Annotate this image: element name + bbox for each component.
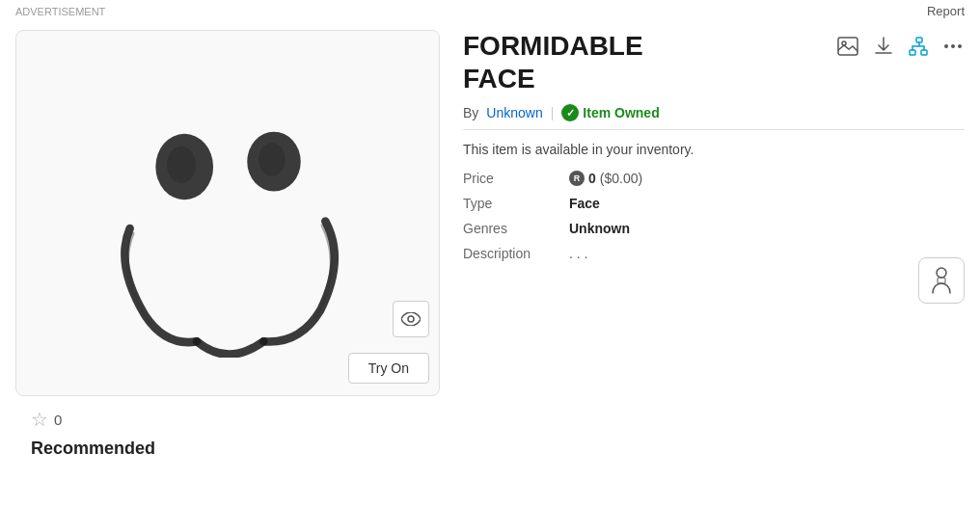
genres-row: Genres Unknown: [463, 221, 694, 236]
svg-point-12: [958, 44, 962, 48]
price-usd: ($0.00): [600, 171, 642, 186]
description-label: Description: [463, 246, 569, 261]
item-title-block: FORMIDABLE FACE: [463, 30, 643, 104]
favorites-count: 0: [54, 412, 62, 428]
creator-row: By Unknown | ✓ Item Owned: [463, 104, 965, 121]
type-row: Type Face: [463, 196, 694, 211]
image-icon: [837, 37, 858, 56]
face-illustration: [73, 68, 382, 358]
preview-button[interactable]: [393, 301, 429, 337]
advertisement-label: ADVERTISEMENT: [15, 6, 105, 17]
more-button[interactable]: [941, 41, 965, 51]
price-value: R 0 ($0.00): [569, 171, 642, 186]
type-value: Face: [569, 196, 600, 211]
top-bar: ADVERTISEMENT Report: [0, 0, 980, 22]
action-buttons: [835, 34, 965, 59]
report-link[interactable]: Report: [927, 4, 965, 18]
item-image: [44, 44, 411, 382]
image-button[interactable]: [835, 35, 860, 58]
eye-icon: [401, 312, 421, 326]
svg-point-10: [944, 44, 948, 48]
description-value: . . .: [569, 246, 587, 261]
type-label: Type: [463, 196, 569, 211]
genres-value: Unknown: [569, 221, 630, 236]
download-icon: [874, 36, 893, 57]
item-image-panel: Try On: [15, 30, 440, 396]
download-button[interactable]: [872, 34, 895, 59]
robux-icon: R: [569, 171, 585, 186]
main-container: Try On ☆ 0 Recommended FORMIDABLE FACE: [0, 22, 980, 474]
creator-link[interactable]: Unknown: [486, 105, 542, 120]
svg-point-11: [951, 44, 955, 48]
price-robux: 0: [588, 171, 596, 186]
owned-label: Item Owned: [583, 105, 659, 120]
favorites-row: ☆ 0: [15, 396, 440, 435]
svg-rect-14: [938, 278, 945, 283]
avatar-preview-button[interactable]: [918, 257, 965, 304]
star-icon[interactable]: ☆: [31, 408, 48, 431]
owned-badge: ✓ Item Owned: [561, 104, 659, 121]
try-on-button[interactable]: Try On: [348, 353, 429, 384]
description-row: Description . . .: [463, 246, 694, 261]
avatar-icon: [929, 266, 954, 295]
svg-point-3: [259, 143, 286, 175]
price-label: Price: [463, 171, 569, 186]
configure-button[interactable]: [907, 35, 930, 58]
price-row: Price R 0 ($0.00): [463, 171, 694, 186]
recommended-label: Recommended: [15, 435, 440, 459]
divider: [463, 129, 965, 130]
svg-point-13: [937, 268, 946, 278]
more-icon: [943, 43, 963, 49]
svg-point-1: [167, 146, 196, 183]
svg-rect-5: [838, 38, 858, 55]
by-label: By: [463, 105, 478, 120]
genres-label: Genres: [463, 221, 569, 236]
availability-text: This item is available in your inventory…: [463, 142, 694, 157]
configure-icon: [909, 37, 928, 56]
item-title: FORMIDABLE FACE: [463, 30, 643, 94]
svg-point-4: [408, 316, 414, 322]
info-panel: FORMIDABLE FACE: [463, 30, 965, 459]
check-circle-icon: ✓: [561, 104, 579, 121]
